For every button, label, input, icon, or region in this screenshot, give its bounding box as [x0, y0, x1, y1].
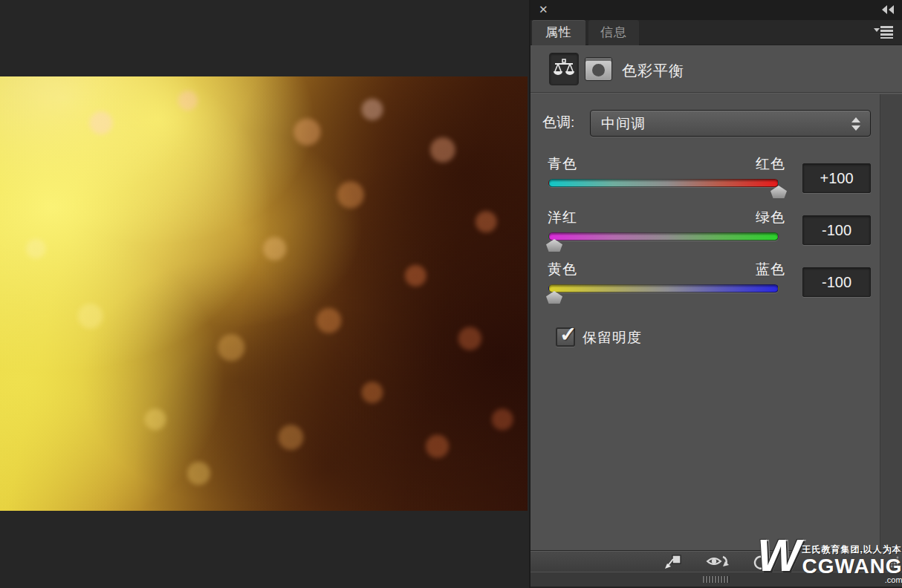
updown-spinner-icon [851, 117, 860, 131]
red-label: 红色 [756, 154, 785, 174]
properties-panel: ✕ 属性 信息 [529, 0, 902, 588]
green-label: 绿色 [756, 208, 785, 227]
view-previous-state-button[interactable] [703, 553, 733, 571]
scales-icon [553, 59, 575, 79]
drag-handle[interactable] [703, 576, 730, 583]
yellow-blue-slider-track[interactable] [548, 284, 779, 293]
cyan-red-slider-thumb[interactable] [770, 186, 787, 198]
slider-row-yellow-blue: 黄色 蓝色 [548, 260, 785, 304]
magenta-green-slider-track[interactable] [548, 232, 779, 241]
tone-label: 色调: [542, 113, 574, 132]
canvas-area [0, 0, 529, 588]
layer-mask-button[interactable] [585, 57, 612, 81]
cyan-red-value-field[interactable]: +100 [802, 163, 871, 193]
cyan-label: 青色 [548, 154, 577, 174]
resize-grip-icon[interactable] [886, 555, 900, 569]
grip-dots [886, 555, 900, 569]
document-image [0, 76, 528, 511]
tone-dropdown-value: 中间调 [601, 114, 646, 134]
tone-dropdown[interactable]: 中间调 [590, 110, 871, 137]
yellow-blue-slider-thumb[interactable] [546, 291, 562, 304]
tab-info[interactable]: 信息 [588, 20, 639, 45]
panel-bottom-bar [531, 550, 902, 572]
magenta-green-slider-thumb[interactable] [546, 239, 562, 252]
checkmark-icon: ✓ [559, 322, 577, 347]
adjustment-title: 色彩平衡 [622, 61, 684, 81]
eye-previous-state-icon [706, 555, 730, 569]
adjustment-header: 色彩平衡 [531, 45, 902, 93]
bokeh-overlay [0, 76, 528, 511]
reset-arrow-icon [752, 554, 770, 570]
magenta-green-value-field[interactable]: -100 [802, 215, 871, 245]
collapse-panel-icon[interactable] [881, 4, 895, 15]
reset-adjustment-button[interactable] [746, 553, 776, 571]
yellow-label: 黄色 [548, 260, 577, 279]
panel-menu-icon[interactable] [874, 26, 893, 39]
slider-row-magenta-green: 洋红 绿色 [548, 208, 785, 252]
close-icon[interactable]: ✕ [539, 3, 548, 16]
tab-properties[interactable]: 属性 [532, 20, 585, 45]
panel-tabbar: 属性 信息 [531, 20, 902, 45]
preserve-luminosity-checkbox[interactable]: ✓ [556, 327, 575, 347]
panel-body: 色彩平衡 色调: 中间调 青色 红色 +100 洋红 绿色 -100 黄色 蓝色 [531, 45, 902, 550]
clip-to-layer-icon [663, 554, 683, 570]
panel-topbar: ✕ [531, 0, 902, 20]
magenta-label: 洋红 [548, 208, 577, 227]
double-left-arrow-icon [881, 4, 895, 15]
slider-row-cyan-red: 青色 红色 [548, 154, 785, 199]
preserve-luminosity-label: 保留明度 [583, 328, 642, 347]
panel-resize-strip [531, 572, 902, 588]
down-triangle [851, 125, 860, 131]
mask-circle-icon [592, 64, 605, 76]
color-balance-adjustment-button[interactable] [549, 53, 579, 85]
up-triangle [851, 117, 860, 122]
menu-lines-icon [874, 26, 893, 39]
yellow-blue-value-field[interactable]: -100 [802, 267, 871, 297]
cyan-red-slider-track[interactable] [548, 179, 779, 187]
blue-label: 蓝色 [756, 260, 785, 279]
scrollbar-track[interactable] [880, 94, 902, 550]
clip-to-layer-button[interactable] [658, 553, 688, 571]
